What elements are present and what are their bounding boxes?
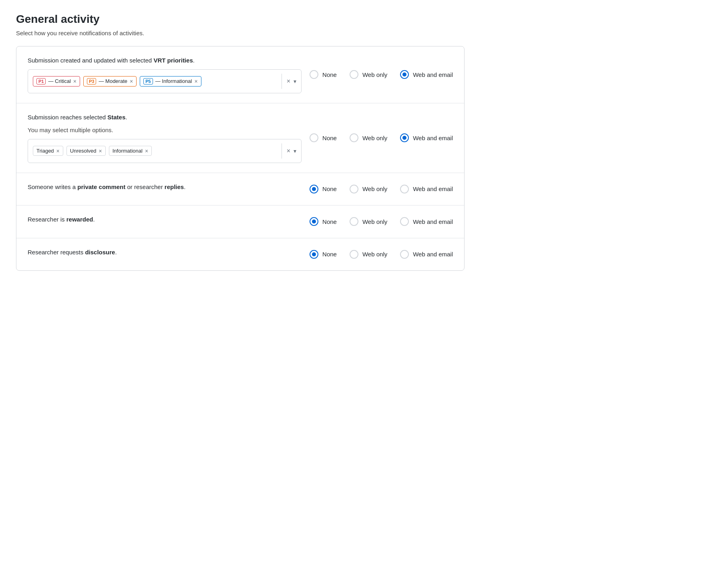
radio-web-only-btn-states[interactable] <box>350 133 358 142</box>
radio-group-rewarded: None Web only Web and email <box>310 217 453 226</box>
radio-none-btn-disclosure[interactable] <box>310 250 318 259</box>
radio-none-states[interactable]: None <box>310 133 337 142</box>
radio-web-and-email-disclosure[interactable]: Web and email <box>400 250 453 259</box>
triaged-label: Triaged <box>36 148 54 154</box>
radio-web-and-email-private-comment[interactable]: Web and email <box>400 185 453 193</box>
p1-badge: P1 <box>36 78 46 85</box>
radio-web-only-label-vrt: Web only <box>362 70 387 79</box>
radio-web-and-email-btn-disclosure[interactable] <box>400 250 409 259</box>
informational-label: Informational <box>113 148 143 154</box>
radio-web-and-email-btn-vrt[interactable] <box>400 70 409 79</box>
radio-web-and-email-label-states: Web and email <box>413 134 453 142</box>
tag-unresolved: Unresolved × <box>66 146 106 156</box>
description-text-rewarded: Researcher is rewarded. <box>28 215 302 224</box>
p1-remove-button[interactable]: × <box>73 79 76 84</box>
informational-remove-button[interactable]: × <box>145 148 148 154</box>
radio-group-states: None Web only Web and email <box>310 133 453 142</box>
radio-web-only-states[interactable]: Web only <box>350 133 387 142</box>
radio-web-only-btn-disclosure[interactable] <box>350 250 358 259</box>
radio-none-label-disclosure: None <box>322 250 337 258</box>
radio-web-and-email-label-private-comment: Web and email <box>413 185 453 193</box>
radio-web-and-email-states[interactable]: Web and email <box>400 133 453 142</box>
states-tag-input[interactable]: Triaged × Unresolved × Informational × ×… <box>28 139 302 163</box>
radio-web-only-label-private-comment: Web only <box>362 185 387 193</box>
radio-group-vrt: None Web only Web and email <box>310 70 453 79</box>
radio-none-btn-states[interactable] <box>310 133 318 142</box>
states-tags-inner: Triaged × Unresolved × Informational × <box>33 146 277 156</box>
radio-web-and-email-btn-states[interactable] <box>400 133 409 142</box>
tag-p5-informational: P5 — Informational × <box>140 76 201 87</box>
triaged-remove-button[interactable]: × <box>56 148 60 154</box>
tag-informational: Informational × <box>109 146 152 156</box>
description-text-vrt: Submission created and updated with sele… <box>28 56 302 65</box>
tag-p3-moderate: P3 — Moderate × <box>83 76 137 87</box>
radio-web-only-disclosure[interactable]: Web only <box>350 250 387 259</box>
p3-label: — Moderate <box>99 78 127 84</box>
radio-web-and-email-label-rewarded: Web and email <box>413 217 453 226</box>
row-description-states: Submission reaches selected States. You … <box>28 113 302 163</box>
page-title: General activity <box>16 13 465 26</box>
radio-none-label-rewarded: None <box>322 217 337 226</box>
settings-container: Submission created and updated with sele… <box>16 46 465 271</box>
row-states: Submission reaches selected States. You … <box>16 103 464 173</box>
radio-group-disclosure: None Web only Web and email <box>310 250 453 259</box>
radio-none-btn-rewarded[interactable] <box>310 217 318 226</box>
description-text-disclosure: Researcher requests disclosure. <box>28 248 302 257</box>
radio-none-vrt[interactable]: None <box>310 70 337 79</box>
row-description-rewarded: Researcher is rewarded. <box>28 215 302 228</box>
radio-none-private-comment[interactable]: None <box>310 185 337 193</box>
radio-web-only-btn-private-comment[interactable] <box>350 185 358 193</box>
radio-none-btn-vrt[interactable] <box>310 70 318 79</box>
description-text-private-comment: Someone writes a private comment or rese… <box>28 183 302 192</box>
radio-none-label-states: None <box>322 134 337 142</box>
radio-web-only-label-disclosure: Web only <box>362 250 387 258</box>
p3-remove-button[interactable]: × <box>130 79 133 84</box>
row-disclosure: Researcher requests disclosure. None Web… <box>16 238 464 271</box>
p3-badge: P3 <box>87 78 96 85</box>
radio-web-and-email-rewarded[interactable]: Web and email <box>400 217 453 226</box>
row-description-vrt: Submission created and updated with sele… <box>28 56 302 93</box>
radio-web-only-rewarded[interactable]: Web only <box>350 217 387 226</box>
radio-web-and-email-btn-rewarded[interactable] <box>400 217 409 226</box>
radio-none-btn-private-comment[interactable] <box>310 185 318 193</box>
unresolved-label: Unresolved <box>70 148 97 154</box>
states-dropdown-button[interactable]: ▾ <box>294 148 296 154</box>
unresolved-remove-button[interactable]: × <box>99 148 102 154</box>
row-rewarded: Researcher is rewarded. None Web only We… <box>16 205 464 238</box>
row-vrt-priorities: Submission created and updated with sele… <box>16 46 464 103</box>
vrt-dropdown-button[interactable]: ▾ <box>294 78 296 85</box>
states-clear-button[interactable]: × <box>287 147 290 155</box>
vrt-tag-input[interactable]: P1 — Critical × P3 — Moderate × P5 — Inf… <box>28 69 302 93</box>
radio-none-disclosure[interactable]: None <box>310 250 337 259</box>
tag-p1-critical: P1 — Critical × <box>33 76 80 87</box>
description-text-states: Submission reaches selected States. <box>28 113 302 122</box>
sub-note-states: You may select multiple options. <box>28 126 302 135</box>
tag-triaged: Triaged × <box>33 146 63 156</box>
p1-label: — Critical <box>48 78 70 84</box>
row-private-comment: Someone writes a private comment or rese… <box>16 173 464 206</box>
p5-label: — Informational <box>155 78 192 84</box>
radio-web-and-email-label-vrt: Web and email <box>413 70 453 79</box>
vrt-tag-actions: × ▾ <box>282 74 296 89</box>
radio-web-only-vrt[interactable]: Web only <box>350 70 387 79</box>
radio-none-rewarded[interactable]: None <box>310 217 337 226</box>
radio-web-only-btn-rewarded[interactable] <box>350 217 358 226</box>
radio-web-only-private-comment[interactable]: Web only <box>350 185 387 193</box>
vrt-clear-button[interactable]: × <box>287 78 290 85</box>
radio-web-only-label-rewarded: Web only <box>362 217 387 226</box>
vrt-tags-inner: P1 — Critical × P3 — Moderate × P5 — Inf… <box>33 76 277 87</box>
radio-web-only-btn-vrt[interactable] <box>350 70 358 79</box>
radio-none-label-vrt: None <box>322 70 337 79</box>
p5-badge: P5 <box>143 78 153 85</box>
states-tag-actions: × ▾ <box>282 143 296 159</box>
radio-group-private-comment: None Web only Web and email <box>310 185 453 193</box>
row-description-private-comment: Someone writes a private comment or rese… <box>28 183 302 196</box>
row-description-disclosure: Researcher requests disclosure. <box>28 248 302 261</box>
radio-web-only-label-states: Web only <box>362 134 387 142</box>
radio-web-and-email-label-disclosure: Web and email <box>413 250 453 258</box>
page-subtitle: Select how you receive notifications of … <box>16 30 465 36</box>
radio-none-label-private-comment: None <box>322 185 337 193</box>
radio-web-and-email-vrt[interactable]: Web and email <box>400 70 453 79</box>
p5-remove-button[interactable]: × <box>194 79 197 84</box>
radio-web-and-email-btn-private-comment[interactable] <box>400 185 409 193</box>
